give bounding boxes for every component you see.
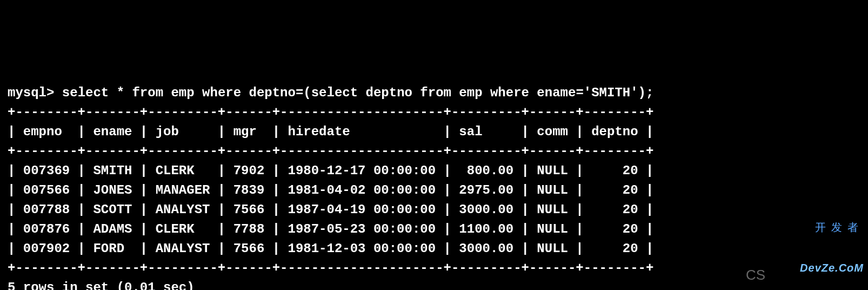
table-row: | 007566 | JONES | MANAGER | 7839 | 1981… [8,183,653,197]
result-summary: 5 rows in set (0.01 sec) [8,280,195,290]
table-border-top: +--------+-------+---------+------+-----… [8,105,653,120]
site-watermark: 开发者 DevZe.CoM [800,193,864,288]
table-row: | 007369 | SMITH | CLERK | 7902 | 1980-1… [8,163,653,178]
table-header: | empno | ename | job | mgr | hiredate |… [8,124,653,139]
table-row: | 007876 | ADAMS | CLERK | 7788 | 1987-0… [8,222,653,236]
watermark-en: DevZe.CoM [800,262,864,274]
watermark-cn: 开发者 [800,221,864,233]
sql-query: select * from emp where deptno=(select d… [62,85,654,100]
table-border-bottom: +--------+-------+---------+------+-----… [8,261,653,275]
cs-watermark: CS [746,265,765,286]
mysql-prompt: mysql> [8,85,62,100]
terminal-output: mysql> select * from emp where deptno=(s… [8,83,860,290]
table-row: | 007788 | SCOTT | ANALYST | 7566 | 1987… [8,202,653,217]
table-row: | 007902 | FORD | ANALYST | 7566 | 1981-… [8,241,653,256]
table-border-mid: +--------+-------+---------+------+-----… [8,144,653,159]
